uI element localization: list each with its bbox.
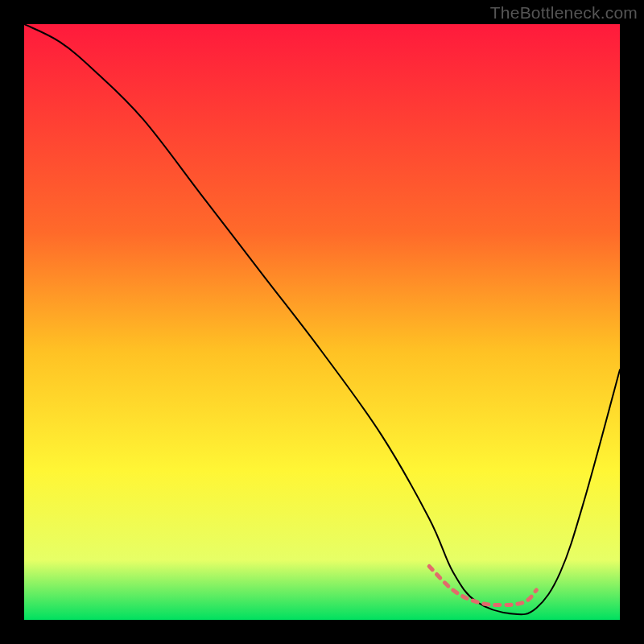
chart-container: TheBottleneck.com [0,0,644,644]
watermark-label: TheBottleneck.com [490,3,638,23]
chart-svg [24,24,620,620]
gradient-background [24,24,620,620]
plot-area [24,24,620,620]
